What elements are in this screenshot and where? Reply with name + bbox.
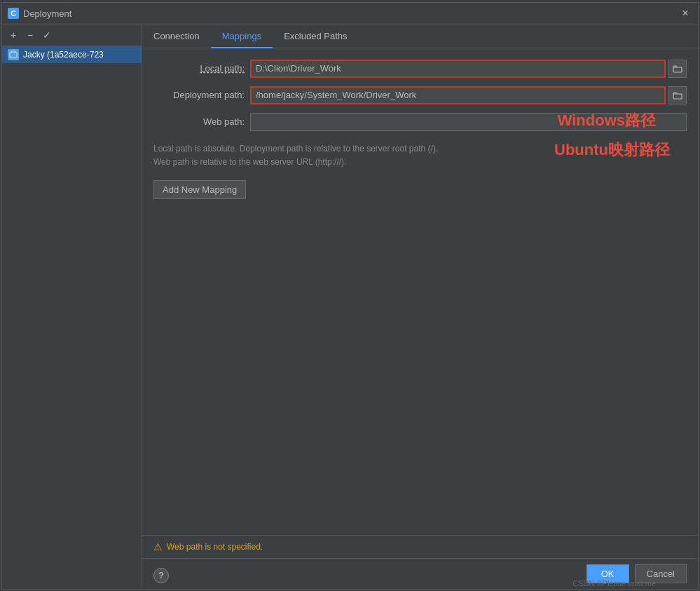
- sidebar: + − ✓ Jacky (1a52aece-723: [2, 25, 142, 589]
- deployment-dialog: C Deployment × + − ✓ Jacky (1a52aece-723: [1, 2, 699, 590]
- apply-server-button[interactable]: ✓: [40, 28, 54, 42]
- deployment-path-browse-button[interactable]: [668, 86, 687, 104]
- close-button[interactable]: ×: [678, 6, 692, 20]
- local-path-input-wrapper: [250, 60, 687, 78]
- info-text: Local path is absolute. Deployment path …: [153, 142, 687, 169]
- dialog-footer: ? OK Cancel CSDN ©Please trust me: [142, 558, 698, 589]
- tab-connection[interactable]: Connection: [142, 25, 211, 48]
- local-path-row: Local path:: [153, 60, 687, 78]
- svg-rect-2: [673, 94, 682, 99]
- tab-excluded-paths[interactable]: Excluded Paths: [273, 25, 358, 48]
- local-path-browse-button[interactable]: [668, 60, 687, 78]
- panel-content: Windows路径 Ubuntu映射路径 Local path:: [142, 48, 698, 535]
- add-mapping-button[interactable]: Add New Mapping: [153, 180, 246, 199]
- sftp-icon: [8, 49, 19, 60]
- server-name: Jacky (1a52aece-723: [23, 50, 104, 60]
- main-panel: Connection Mappings Excluded Paths Windo…: [142, 25, 698, 589]
- title-bar: C Deployment ×: [2, 3, 698, 25]
- info-line-1: Local path is absolute. Deployment path …: [153, 142, 687, 156]
- svg-rect-1: [673, 67, 682, 72]
- deployment-path-input[interactable]: [250, 86, 666, 104]
- web-path-row: Web path:: [153, 113, 687, 131]
- warning-icon: ⚠: [153, 541, 163, 552]
- warning-text: Web path is not specified.: [167, 542, 263, 552]
- web-path-input[interactable]: [250, 113, 687, 131]
- add-server-button[interactable]: +: [6, 28, 20, 42]
- info-line-2: Web path is relative to the web server U…: [153, 156, 687, 169]
- local-path-input[interactable]: [250, 60, 666, 78]
- warning-message: ⚠ Web path is not specified.: [153, 541, 687, 552]
- content-area: + − ✓ Jacky (1a52aece-723 Connection: [2, 25, 698, 589]
- tab-bar: Connection Mappings Excluded Paths: [142, 25, 698, 48]
- web-path-input-wrapper: [250, 113, 687, 131]
- deployment-path-input-wrapper: [250, 86, 687, 104]
- svg-rect-0: [10, 53, 17, 57]
- server-item[interactable]: Jacky (1a52aece-723: [2, 46, 142, 63]
- window-title: Deployment: [23, 8, 678, 19]
- warning-bar: ⚠ Web path is not specified.: [142, 535, 698, 558]
- sidebar-toolbar: + − ✓: [2, 25, 142, 46]
- local-path-label: Local path:: [153, 63, 245, 74]
- deployment-path-label: Deployment path:: [153, 90, 245, 100]
- tab-mappings[interactable]: Mappings: [211, 25, 273, 48]
- app-icon: C: [8, 8, 19, 19]
- csdn-watermark: CSDN ©Please trust me: [572, 579, 656, 587]
- web-path-label: Web path:: [153, 116, 245, 127]
- help-button[interactable]: ?: [153, 568, 169, 583]
- deployment-path-row: Deployment path:: [153, 86, 687, 104]
- remove-server-button[interactable]: −: [23, 28, 37, 42]
